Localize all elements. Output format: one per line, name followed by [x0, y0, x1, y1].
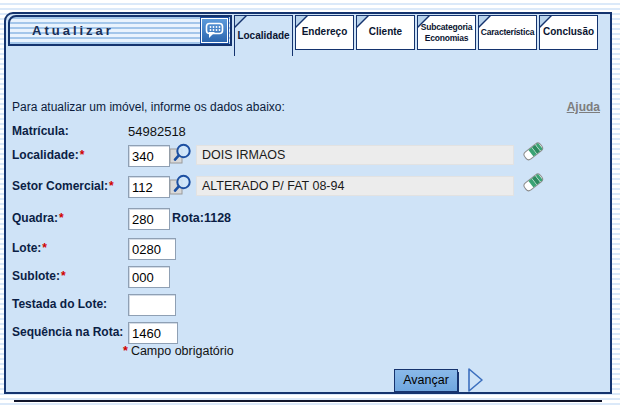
field-row-matricula: Matrícula: 54982518: [12, 121, 604, 145]
testada-label: Testada do Lote:: [12, 297, 107, 311]
field-row-setor-comercial: Setor Comercial:* ALTERADO P/ FAT 08-94: [12, 176, 604, 200]
field-row-testada: Testada do Lote:: [12, 294, 604, 318]
testada-input[interactable]: [128, 294, 176, 316]
eraser-icon[interactable]: [520, 169, 546, 195]
label-text: Sublote:: [12, 269, 60, 283]
help-link[interactable]: Ajuda: [567, 100, 600, 114]
label-text: Quadra:: [12, 211, 58, 225]
tab-subcategoria-economias[interactable]: Subcategoria Economias: [417, 15, 476, 50]
tab-localidade[interactable]: Localidade: [234, 15, 293, 56]
chat-keypad-icon[interactable]: [200, 17, 229, 44]
field-row-lote: Lote:*: [12, 238, 604, 262]
required-asterisk: *: [80, 148, 85, 162]
forward-arrow-icon: [466, 367, 486, 393]
wizard-tab-strip: Localidade Endereço Cliente Subcategoria…: [234, 15, 598, 57]
tab-label: Subcategoria Economias: [419, 22, 474, 43]
required-field-note: *Campo obrigatório: [122, 344, 234, 358]
field-row-sequencia: Sequência na Rota:: [12, 322, 604, 346]
note-text: Campo obrigatório: [131, 344, 234, 358]
panel-header: Atualizar Localidade Endereço Cliente Su…: [6, 14, 610, 56]
label-text: Localidade:: [12, 148, 79, 162]
quadra-input[interactable]: [128, 208, 170, 230]
localidade-label: Localidade:*: [12, 148, 84, 162]
setor-comercial-label: Setor Comercial:*: [12, 179, 114, 193]
sublote-label: Sublote:*: [12, 269, 66, 283]
required-asterisk: *: [42, 241, 47, 255]
tab-label: Cliente: [369, 27, 402, 38]
setor-comercial-description-field: ALTERADO P/ FAT 08-94: [196, 176, 514, 196]
quadra-label: Quadra:*: [12, 211, 64, 225]
tab-label: Característica: [481, 27, 534, 38]
tab-label: Endereço: [302, 27, 348, 38]
sequencia-input[interactable]: [128, 322, 178, 344]
field-row-sublote: Sublote:*: [12, 266, 604, 290]
page-background: { "colors": { "accent_navy": "#14336e", …: [0, 0, 620, 406]
matricula-value: 54982518: [128, 124, 186, 139]
update-panel: Atualizar Localidade Endereço Cliente Su…: [4, 12, 612, 394]
localidade-code-input[interactable]: [128, 145, 170, 167]
eraser-icon[interactable]: [520, 138, 546, 164]
field-row-quadra: Quadra:* Rota:1128: [12, 208, 604, 232]
tab-endereco[interactable]: Endereço: [295, 15, 354, 50]
matricula-label: Matrícula:: [12, 124, 69, 138]
tab-conclusao[interactable]: Conclusão: [539, 15, 598, 50]
title-bar: Atualizar: [8, 15, 232, 46]
localidade-description-field: DOIS IRMAOS: [196, 145, 514, 165]
lote-input[interactable]: [128, 238, 176, 260]
search-lookup-icon[interactable]: [168, 172, 194, 198]
avancar-button[interactable]: Avançar: [394, 369, 458, 392]
intro-text: Para atualizar um imóvel, informe os dad…: [12, 100, 285, 114]
required-asterisk: *: [123, 344, 128, 358]
label-text: Sequência na Rota:: [12, 325, 123, 339]
label-text: Testada do Lote:: [12, 297, 107, 311]
tab-label: Conclusão: [543, 27, 594, 38]
required-asterisk: *: [59, 211, 64, 225]
required-asterisk: *: [109, 179, 114, 193]
footer-divider: [14, 400, 602, 402]
lote-label: Lote:*: [12, 241, 47, 255]
required-asterisk: *: [61, 269, 66, 283]
sublote-input[interactable]: [128, 266, 170, 288]
tab-caracteristica[interactable]: Característica: [478, 15, 537, 50]
sequencia-label: Sequência na Rota:: [12, 325, 123, 339]
tab-cliente[interactable]: Cliente: [356, 15, 415, 50]
field-row-localidade: Localidade:* DOIS IRMAOS: [12, 145, 604, 169]
label-text: Lote:: [12, 241, 41, 255]
tab-label: Localidade: [237, 31, 289, 42]
rota-value: Rota:1128: [172, 211, 231, 225]
label-text: Setor Comercial:: [12, 179, 108, 193]
form-content: Para atualizar um imóvel, informe os dad…: [6, 56, 610, 392]
setor-comercial-code-input[interactable]: [128, 176, 170, 198]
search-lookup-icon[interactable]: [168, 141, 194, 167]
page-title: Atualizar: [32, 17, 114, 44]
